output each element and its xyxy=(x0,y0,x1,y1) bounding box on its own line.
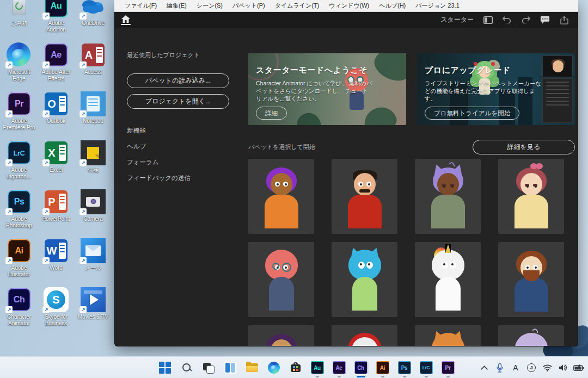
app-sidebar: 最近使用したプロジェクト パペットの読み込み... プロジェクトを開く... 新… xyxy=(115,28,240,346)
onedrive-icon: ↗ xyxy=(81,0,106,18)
desktop-icon-label: ごみ箱 xyxy=(11,20,27,27)
puppet-art xyxy=(415,159,481,234)
menu-item-3[interactable]: パペット(P) xyxy=(228,0,270,12)
panel-layout-icon[interactable] xyxy=(483,15,493,25)
task-view-button[interactable] xyxy=(200,360,216,376)
puppet-tile-dark-purple-hair-girl[interactable] xyxy=(248,325,314,346)
desktop-icon-access[interactable]: A↗Access xyxy=(75,40,111,89)
puppet-grid xyxy=(248,159,575,346)
microphone-icon[interactable] xyxy=(494,361,506,375)
desktop-icon-grid: ごみ箱Au↗Adobe Audition↗OneDrive↗Microsoft … xyxy=(1,0,113,334)
desktop-icon-adobe-lightroo-[interactable]: LrC↗Adobe Lightroo... xyxy=(1,138,37,187)
desktop-icon-excel[interactable]: X↗Excel xyxy=(38,138,74,187)
import-puppet-button[interactable]: パペットの読み込み... xyxy=(127,73,229,88)
volume-icon[interactable] xyxy=(557,361,569,375)
recent-projects-label: 最近使用したプロジェクト xyxy=(127,51,240,59)
puppet-eye xyxy=(366,182,371,187)
sidebar-link-2[interactable]: フォーラム xyxy=(127,154,240,170)
desktop-icon-word[interactable]: W↗Word xyxy=(38,236,74,285)
desktop-icon-adobe-premiere-pro[interactable]: Pr↗Adobe Premiere Pro xyxy=(1,89,37,138)
desktop-icon-notepad[interactable]: ↗Notepad xyxy=(75,89,111,138)
puppet-tile-orange-fox[interactable] xyxy=(415,325,481,346)
desktop-icon-adobe-photoshop[interactable]: Ps↗Adobe Photoshop xyxy=(1,187,37,236)
character-animator-button-icon: Ch xyxy=(354,361,367,374)
lightroom-classic-button-icon: LrC xyxy=(420,361,433,374)
welcome-banner[interactable]: スターターモードへようこそ Character Animator について学び、… xyxy=(248,53,406,125)
desktop-icon--[interactable]: ↗メール xyxy=(75,236,111,285)
puppet-art xyxy=(248,325,314,346)
after-effects-button[interactable]: Ae xyxy=(331,360,347,376)
desktop-icon-onedrive[interactable]: ↗OneDrive xyxy=(75,0,111,40)
hidden-icons-chevron[interactable] xyxy=(478,361,490,375)
puppet-tile-red-creature-hands-up[interactable] xyxy=(332,325,397,346)
toolbar-right-group: スターター xyxy=(440,15,578,25)
welcome-details-button[interactable]: 詳細 xyxy=(256,107,287,120)
lightroom-classic-button[interactable]: LrC xyxy=(418,360,434,376)
desktop-icon--[interactable]: ↗付箋 xyxy=(75,138,111,187)
store-button[interactable] xyxy=(287,360,303,376)
puppet-tile-lavender-creature[interactable] xyxy=(498,325,564,346)
shortcut-arrow-icon: ↗ xyxy=(42,159,50,166)
desktop-icon-adobe-audition[interactable]: Au↗Adobe Audition xyxy=(38,0,74,40)
puppet-tile-anime-purple-hair-catears[interactable] xyxy=(415,159,481,234)
tray-circle-icon[interactable]: J xyxy=(525,361,537,375)
puppet-tile-pink-furry-monster-glasses[interactable] xyxy=(248,242,314,317)
office-icon: W↗ xyxy=(44,238,69,263)
menu-item-1[interactable]: 編集(E) xyxy=(162,0,192,12)
puppet-tile-bearded-man-blue-jacket[interactable] xyxy=(498,242,564,317)
desktop-icon-skype-for-business[interactable]: S↗Skype for Business xyxy=(38,285,74,334)
puppet-tile-anime-girl-red-hair-bow[interactable] xyxy=(498,159,564,234)
puppet-head xyxy=(437,173,459,196)
edge-button[interactable] xyxy=(266,360,281,376)
sidebar-link-3[interactable]: フィードバックの送信 xyxy=(127,170,240,186)
puppet-select-label: パペットを選択して開始 xyxy=(248,143,315,151)
open-project-button[interactable]: プロジェクトを開く... xyxy=(127,94,229,109)
premiere-pro-button[interactable]: Pr xyxy=(440,360,456,376)
start-pro-trial-button[interactable]: プロ無料トライアルを開始 xyxy=(425,107,519,120)
desktop-icon-microsoft-edge[interactable]: ↗Microsoft Edge xyxy=(1,40,37,89)
menu-item-4[interactable]: タイムライン(T) xyxy=(270,0,324,12)
shortcut-arrow-icon: ↗ xyxy=(79,110,87,117)
sidebar-link-1[interactable]: ヘルプ xyxy=(127,139,240,154)
app-main: スターターモードへようこそ Character Animator について学び、… xyxy=(240,28,578,346)
desktop-icon-movies-tv[interactable]: ↗Movies & TV xyxy=(75,285,111,334)
home-tab[interactable] xyxy=(115,12,137,28)
menu-item-6[interactable]: ヘルプ(H) xyxy=(374,0,411,12)
illustrator-button[interactable]: Ai xyxy=(375,360,390,376)
battery-icon[interactable] xyxy=(573,361,585,375)
audition-button[interactable]: Au xyxy=(309,360,325,376)
menu-item-0[interactable]: ファイル(F) xyxy=(120,0,162,12)
see-details-button[interactable]: 詳細を見る xyxy=(473,140,575,154)
desktop-icon-character-animator[interactable]: Ch↗Character Animator xyxy=(1,285,37,334)
file-explorer-button[interactable] xyxy=(244,360,260,376)
running-indicator xyxy=(381,376,384,377)
share-icon[interactable] xyxy=(559,15,569,25)
menu-item-2[interactable]: シーン(S) xyxy=(192,0,228,12)
search-button[interactable] xyxy=(179,360,194,376)
feedback-bubble-icon[interactable] xyxy=(540,15,550,25)
desktop-icon--[interactable]: ごみ箱 xyxy=(1,0,37,40)
puppet-tile-unicorn-rainbow-mane[interactable] xyxy=(415,242,481,317)
puppet-tile-purple-hair-woman-orange-shirt[interactable] xyxy=(248,159,314,234)
active-tab-underline xyxy=(121,24,131,25)
adobe-icon: Ae↗ xyxy=(44,42,69,67)
mail-icon: ↗ xyxy=(81,238,106,263)
upgrade-banner[interactable]: プロにアップグレード ライブストリーミングやパペットメーカーなどの機能を備えた完… xyxy=(417,53,575,125)
menu-item-5[interactable]: ウィンドウ(W) xyxy=(324,0,374,12)
desktop-icon-powerpoint[interactable]: P↗PowerPoint xyxy=(38,187,74,236)
redo-icon[interactable] xyxy=(521,15,531,25)
puppet-tile-blue-cat-green-shirt[interactable] xyxy=(332,242,397,317)
wifi-icon[interactable] xyxy=(541,361,553,375)
character-animator-button[interactable]: Ch xyxy=(353,360,369,376)
desktop-icon-camera[interactable]: ↗Camera xyxy=(75,187,111,236)
desktop-icon-adobe-illustrator[interactable]: Ai↗Adobe Illustrator xyxy=(1,236,37,285)
start-button[interactable] xyxy=(157,360,173,376)
ime-mode-indicator[interactable]: A xyxy=(510,361,522,375)
photoshop-button[interactable]: Ps xyxy=(396,360,412,376)
widgets-button[interactable] xyxy=(222,360,238,376)
undo-icon[interactable] xyxy=(502,15,512,25)
desktop-icon-adobe-after-effects[interactable]: Ae↗Adobe After Effects xyxy=(38,40,74,89)
desktop-icon-outlook[interactable]: O↗Outlook xyxy=(38,89,74,138)
puppet-tile-balding-mustache-man-red-shirt[interactable] xyxy=(332,159,397,234)
sidebar-link-0[interactable]: 新機能 xyxy=(127,123,240,139)
